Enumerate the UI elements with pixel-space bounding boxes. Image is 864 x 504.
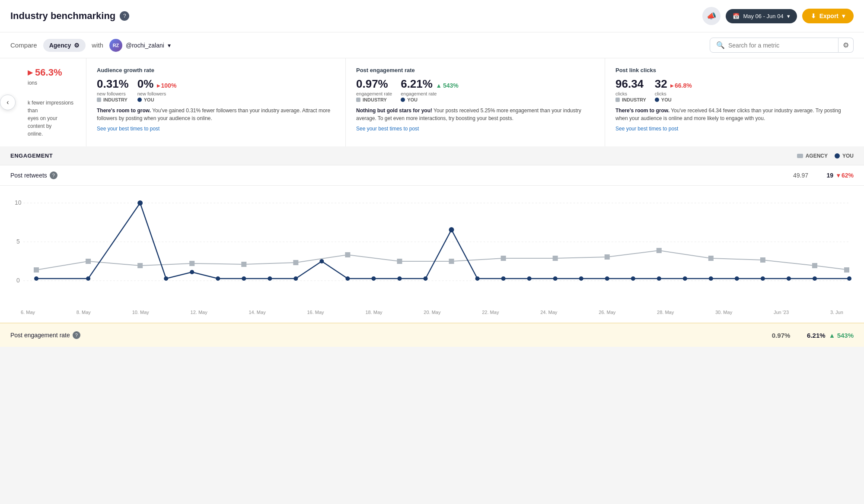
agency-label: Agency (49, 42, 71, 49)
svg-point-45 (657, 276, 661, 281)
svg-point-31 (293, 276, 298, 281)
avatar: RZ (109, 39, 122, 52)
engagement-you-source: YOU (401, 97, 459, 102)
user-select-button[interactable]: RZ @rochi_zalani ▾ (109, 39, 171, 52)
svg-rect-16 (553, 256, 558, 261)
cards-section: ‹ ▸ 56.3% ions k fewer impressions thane… (0, 58, 864, 146)
svg-point-29 (242, 276, 246, 281)
svg-rect-19 (708, 256, 714, 261)
svg-point-30 (268, 276, 272, 281)
help-icon[interactable]: ? (120, 11, 129, 21)
clicks-industry-block: 96.34 clicks INDUSTRY (615, 78, 646, 102)
clicks-industry-source: INDUSTRY (615, 97, 646, 102)
x-label-1: 8. May (77, 310, 91, 315)
svg-point-28 (216, 276, 220, 281)
svg-rect-8 (137, 263, 143, 268)
svg-point-27 (190, 270, 194, 274)
partial-text1: ions (28, 80, 76, 86)
clicks-you-value: 32 ▸ 66.8% (655, 78, 692, 90)
x-label-8: 22. May (482, 310, 499, 315)
x-label-14: 3. Jun (830, 310, 843, 315)
legend-agency: AGENCY (797, 153, 828, 159)
calendar-icon: 📅 (733, 13, 740, 19)
svg-rect-15 (501, 256, 506, 261)
card-audience-link[interactable]: See your best times to post (97, 126, 335, 132)
engagement-you-dot (401, 98, 405, 102)
clicks-industry-dot (615, 98, 620, 102)
chevron-down-icon-export: ▾ (842, 13, 845, 19)
svg-point-48 (735, 276, 739, 281)
x-label-6: 18. May (365, 310, 382, 315)
svg-text:0: 0 (16, 277, 20, 284)
card-clicks-metrics: 96.34 clicks INDUSTRY 32 ▸ 66.8% clicks (615, 78, 854, 102)
header-right: 📣 📅 May 06 - Jun 04 ▾ ⬇ Export ▾ (702, 7, 854, 25)
post-retweets-help[interactable]: ? (50, 171, 57, 179)
partial-insight: k fewer impressions thaneyes on your con… (28, 99, 76, 138)
agency-button[interactable]: Agency ⚙ (43, 39, 86, 52)
clicks-you-block: 32 ▸ 66.8% clicks YOU (655, 78, 692, 102)
svg-rect-9 (189, 261, 194, 266)
chart-x-labels: 6. May 8. May 10. May 12. May 14. May 16… (10, 308, 854, 318)
svg-point-36 (423, 276, 427, 281)
card-clicks-insight: There's room to grow. You've received 64… (615, 107, 854, 122)
industry-dot (97, 98, 101, 102)
search-input[interactable] (728, 42, 832, 49)
svg-point-49 (761, 276, 765, 281)
svg-point-41 (553, 276, 558, 281)
export-button[interactable]: ⬇ Export ▾ (802, 9, 854, 23)
card-engagement-insight: Nothing but gold stars for you! Your pos… (356, 107, 594, 122)
card-post-link-clicks: Post link clicks 96.34 clicks INDUSTRY 3… (605, 58, 864, 146)
clicks-you-dot (655, 98, 659, 102)
card-audience-title: Audience growth rate (97, 67, 335, 73)
chevron-down-icon-user: ▾ (168, 42, 171, 49)
legend-you: YOU (835, 153, 854, 159)
compare-label: Compare (10, 41, 37, 49)
svg-point-51 (813, 276, 817, 281)
card-clicks-title: Post link clicks (615, 67, 854, 73)
card-engagement-link[interactable]: See your best times to post (356, 126, 594, 132)
prev-card-button[interactable]: ‹ (0, 95, 16, 110)
svg-point-37 (449, 227, 454, 232)
user-handle: @rochi_zalani (126, 42, 164, 49)
post-retweets-row: Post retweets ? 49.97 19 ▾ 62% (0, 165, 864, 186)
svg-point-42 (579, 276, 583, 281)
notification-button[interactable]: 📣 (702, 7, 721, 25)
card-audience-growth: Audience growth rate 0.31% new followers… (86, 58, 346, 146)
svg-rect-13 (397, 259, 402, 264)
search-icon: 🔍 (716, 41, 725, 49)
card-engagement-metrics: 0.97% engagement rate INDUSTRY 6.21% ▲ 5… (356, 78, 594, 102)
search-input-wrap: 🔍 (710, 38, 838, 53)
engagement-you-block: 6.21% ▲ 543% engagement rate YOU (401, 78, 459, 102)
bottom-metric-label: Post engagement rate ? (10, 331, 755, 339)
chart-area: 10 5 0 (0, 186, 864, 323)
svg-rect-18 (657, 248, 662, 253)
svg-point-26 (164, 276, 168, 281)
svg-point-44 (631, 276, 635, 281)
svg-point-24 (86, 276, 90, 281)
svg-rect-12 (345, 252, 350, 257)
svg-point-33 (345, 276, 350, 281)
card-audience-insight: There's room to grow. You've gained 0.31… (97, 107, 335, 122)
x-label-0: 6. May (21, 310, 35, 315)
card-audience-metrics: 0.31% new followers INDUSTRY 0% ▸ 100% n… (97, 78, 335, 102)
clicks-industry-label: clicks (615, 91, 646, 96)
page-title: Industry benchmarking (10, 10, 115, 22)
post-retweets-industry-val: 49.97 (775, 172, 827, 179)
x-label-11: 28. May (657, 310, 674, 315)
card-partial: ‹ ▸ 56.3% ions k fewer impressions thane… (0, 58, 86, 146)
svg-rect-6 (34, 267, 39, 273)
svg-point-43 (605, 276, 609, 281)
card-clicks-link[interactable]: See your best times to post (615, 126, 854, 132)
bottom-metric-help[interactable]: ? (73, 331, 80, 339)
date-range-button[interactable]: 📅 May 06 - Jun 04 ▾ (726, 9, 797, 23)
you-metric-block: 0% ▸ 100% new followers YOU (137, 78, 177, 102)
svg-text:5: 5 (16, 238, 20, 245)
bottom-metric-industry-val: 0.97% (755, 332, 807, 339)
svg-rect-22 (844, 267, 849, 273)
svg-point-25 (137, 200, 143, 206)
x-label-10: 26. May (599, 310, 615, 315)
you-change: ▸ 100% (157, 82, 177, 89)
settings-button[interactable]: ⚙ (838, 38, 854, 53)
partial-change: ▸ 56.3% (28, 67, 76, 78)
gear-icon: ⚙ (74, 42, 80, 49)
